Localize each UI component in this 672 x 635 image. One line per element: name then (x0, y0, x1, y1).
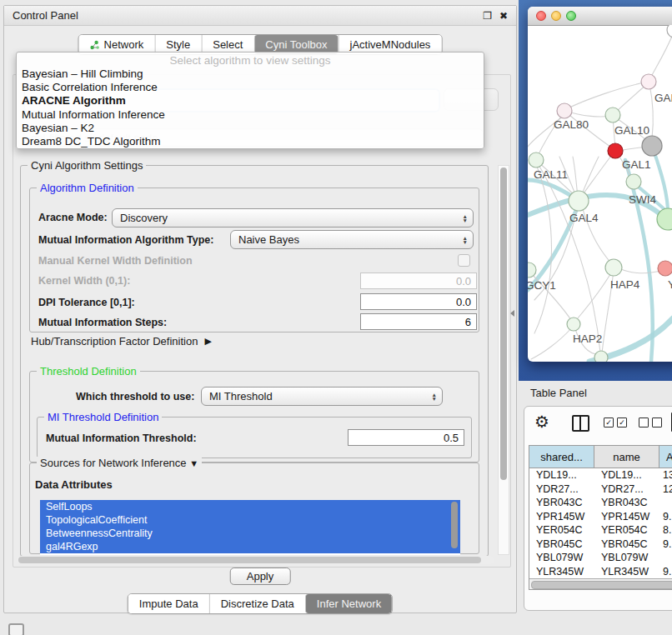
tab-discretize-data[interactable]: Discretize Data (209, 594, 305, 613)
table-column-header[interactable]: shared... (529, 446, 594, 468)
collapse-arrow-icon[interactable]: ▼ (189, 458, 198, 468)
table-header-row: shared...nameA (529, 446, 672, 468)
deselect-all-checkboxes-icon[interactable] (639, 418, 662, 428)
table-row[interactable]: YLR345WYLR345W9. (529, 565, 672, 579)
table-toolbar: ⚙ ✓✓ (524, 412, 672, 442)
network-node[interactable] (626, 174, 641, 189)
aracne-mode-combo[interactable]: Discovery ▲▼ (112, 208, 474, 228)
table-column-header[interactable]: name (594, 446, 659, 468)
mi-steps-label: Mutual Information Steps: (38, 317, 167, 328)
table-body: YDL19...YDL19...13YDR27...YDR27...12YBR0… (529, 468, 672, 578)
attribute-item-selected[interactable]: TopologicalCoefficient (40, 513, 460, 527)
network-edge (649, 30, 672, 80)
table-cell: 13 (659, 468, 672, 482)
network-node[interactable] (667, 25, 672, 38)
tab-select-label: Select (213, 38, 243, 51)
network-node[interactable] (605, 259, 622, 276)
table-row[interactable]: YBR045CYBR045C9. (529, 538, 672, 552)
table-cell: YBR043C (529, 496, 594, 510)
select-all-checkboxes-icon[interactable]: ✓✓ (604, 418, 627, 428)
mi-threshold-field[interactable]: 0.5 (348, 429, 464, 446)
table-cell: 9. (659, 538, 672, 552)
mi-type-label: Mutual Information Algorithm Type: (38, 234, 213, 246)
network-graph-canvas[interactable]: GALGAL80GAL10GAL1GAL11SWI4GAL4GCY1HAP4YH… (528, 25, 672, 362)
table-row[interactable]: YPR145WYPR145W9. (529, 510, 672, 524)
columns-icon[interactable] (572, 415, 589, 432)
table-cell: YDL19... (594, 468, 659, 482)
algorithm-option[interactable]: Mutual Information Inference (17, 108, 484, 122)
attribute-item-selected[interactable]: gal4RGexp (40, 540, 460, 553)
attribute-item-selected[interactable]: BetweennessCentrality (40, 527, 460, 540)
mac-zoom-button-icon[interactable] (566, 11, 576, 21)
network-node[interactable] (528, 262, 536, 278)
table-cell (659, 496, 672, 510)
scrollbar-thumb[interactable] (531, 581, 672, 589)
table-row[interactable]: YBL079WYBL079W (529, 551, 672, 565)
control-panel-window: Control Panel ❐ ✖ Network Style Select C… (3, 5, 517, 613)
mi-type-combo[interactable]: Naive Bayes ▲▼ (230, 230, 474, 249)
floating-palette-icon[interactable] (8, 623, 24, 635)
mi-steps-field[interactable]: 6 (360, 313, 477, 330)
network-node[interactable] (569, 191, 589, 211)
dpi-tolerance-label: DPI Tolerance [0,1]: (38, 297, 135, 308)
dpi-tolerance-field[interactable]: 0.0 (360, 293, 477, 310)
close-icon[interactable]: ✖ (499, 10, 508, 22)
table-row[interactable]: YER054CYER054C8. (529, 523, 672, 538)
cyni-algorithm-settings-group: Cyni Algorithm Settings Algorithm Defini… (20, 165, 489, 557)
attribute-item-selected[interactable]: SelfLoops (40, 500, 460, 513)
network-node[interactable] (642, 136, 662, 156)
data-attributes-list[interactable]: SelfLoopsTopologicalCoefficientBetweenne… (40, 500, 460, 555)
aracne-mode-label: Aracne Mode: (38, 212, 108, 223)
float-window-icon[interactable]: ❐ (483, 10, 492, 22)
table-row[interactable]: YDR27...YDR27...12 (529, 482, 672, 497)
table-cell: YLR345W (529, 565, 594, 579)
network-node[interactable] (557, 103, 572, 118)
network-edge (566, 111, 610, 117)
table-row[interactable]: YDL19...YDL19...13 (529, 468, 672, 482)
algorithm-option[interactable]: Bayesian – K2 (17, 122, 484, 135)
network-node[interactable] (658, 261, 672, 276)
network-node[interactable] (608, 143, 623, 158)
table-cell: 9. (659, 510, 672, 524)
network-node-label: GCY1 (528, 279, 556, 292)
screen: { "titlebar": {"title": "Control Panel",… (0, 0, 672, 635)
tab-network-label: Network (104, 38, 144, 51)
algorithm-option[interactable]: Basic Correlation Inference (17, 81, 484, 94)
hub-tf-definition-expander[interactable]: Hub/Transcription Factor Definition ▶ (31, 335, 212, 348)
settings-vertical-scrollbar[interactable] (498, 165, 509, 555)
manual-kernel-checkbox[interactable] (458, 254, 470, 267)
scrollbar-thumb[interactable] (500, 168, 507, 480)
mac-close-button-icon[interactable] (536, 11, 546, 21)
table-row[interactable]: YBR043CYBR043C (529, 496, 672, 510)
control-panel-titlebar[interactable]: Control Panel ❐ ✖ (4, 6, 516, 26)
kernel-width-field[interactable]: 0.0 (360, 272, 477, 289)
table-horizontal-scrollbar[interactable] (529, 578, 672, 589)
network-node[interactable] (594, 351, 608, 362)
tab-impute-data[interactable]: Impute Data (128, 594, 209, 613)
mac-minimize-button-icon[interactable] (551, 11, 561, 21)
network-view-window[interactable]: GALGAL80GAL10GAL1GAL11SWI4GAL4GCY1HAP4YH… (528, 7, 672, 362)
algorithm-option[interactable]: ARACNE Algorithm (17, 94, 484, 108)
network-node[interactable] (529, 152, 544, 168)
network-node-label: GAL80 (554, 118, 589, 131)
network-node[interactable] (567, 318, 580, 331)
algorithm-option[interactable]: Dream8 DC_TDC Algorithm (17, 135, 484, 148)
tab-infer-network[interactable]: Infer Network (305, 594, 392, 613)
network-node[interactable] (605, 108, 620, 122)
network-edge (649, 84, 653, 138)
which-threshold-value: MI Threshold (209, 390, 273, 402)
sources-legend: Sources for Network Inference ▼ (37, 457, 202, 469)
tab-infer-network-label: Infer Network (317, 598, 381, 610)
network-node-label: GAL (654, 92, 672, 104)
panel-splitter-arrow-icon[interactable] (510, 310, 514, 317)
algorithm-option[interactable]: Bayesian – Hill Climbing (17, 68, 484, 81)
which-threshold-combo[interactable]: MI Threshold ▲▼ (201, 387, 443, 406)
settings-horizontal-scrollbar[interactable] (17, 556, 494, 564)
network-node[interactable] (641, 74, 656, 89)
gear-icon[interactable]: ⚙ (534, 412, 549, 432)
table-column-header[interactable]: A (659, 446, 672, 468)
apply-button[interactable]: Apply (230, 568, 291, 585)
scrollbar-thumb[interactable] (18, 557, 481, 563)
list-scrollbar[interactable] (451, 502, 458, 548)
network-window-titlebar[interactable] (528, 7, 672, 26)
